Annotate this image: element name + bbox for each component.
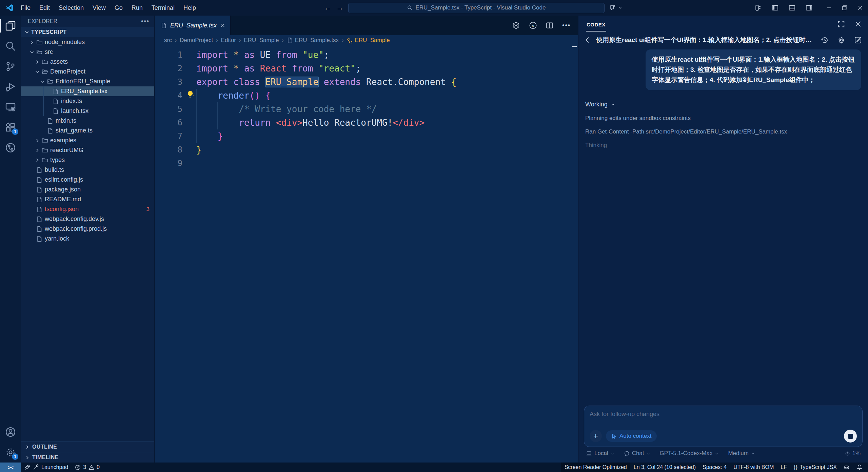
explorer-more-actions[interactable]: ••• (141, 18, 150, 25)
working-header[interactable]: Working (585, 101, 861, 108)
outline-section[interactable]: OUTLINE (21, 442, 154, 452)
launchpad-item[interactable]: Launchpad (21, 463, 72, 472)
codex-openai-icon[interactable] (512, 21, 520, 29)
tree-file-webpack-config-dev-js[interactable]: webpack.config.dev.js (21, 214, 154, 224)
source-control-icon[interactable] (0, 56, 21, 77)
search-activity-icon[interactable] (0, 36, 21, 56)
menu-file[interactable]: File (16, 4, 35, 12)
breadcrumb-src[interactable]: src (164, 37, 172, 44)
toggle-sidebar-right-icon[interactable] (806, 4, 812, 11)
tree-folder-demoproject[interactable]: DemoProject (21, 67, 154, 77)
environment-select[interactable]: Local (586, 450, 614, 457)
breadcrumb-eru-sample-tsx[interactable]: ERU_Sample.tsx (287, 37, 339, 44)
menu-selection[interactable]: Selection (54, 4, 88, 12)
eol-item[interactable]: LF (777, 463, 790, 472)
auto-context-pill[interactable]: Auto context (606, 430, 657, 442)
tree-file-package-json[interactable]: package.json (21, 185, 154, 194)
tab-eru-sample[interactable]: ERU_Sample.tsx (155, 16, 231, 35)
tree-file-mixin-ts[interactable]: mixin.ts (21, 116, 154, 126)
cursor-position-item[interactable]: Ln 3, Col 24 (10 selected) (630, 463, 699, 472)
tree-file-index-ts[interactable]: index.ts (21, 96, 154, 106)
customize-layout-icon[interactable] (755, 4, 762, 11)
command-center-search[interactable]: ERU_Sample.tsx - TypeScript - Visual Stu… (348, 3, 605, 13)
notifications-bell-icon[interactable] (853, 463, 868, 472)
accounts-icon[interactable] (0, 422, 21, 442)
tree-folder-editor-eru-sample[interactable]: Editor\ERU_Sample (21, 77, 154, 86)
workspace-section-header[interactable]: TYPESCRIPT (21, 27, 154, 37)
code-line-2[interactable]: 2import * as React from "react"; (155, 62, 578, 75)
split-editor-icon[interactable] (546, 22, 553, 29)
indentation-item[interactable]: Spaces: 4 (699, 463, 730, 472)
tree-file-eru-sample-tsx[interactable]: ERU_Sample.tsx (21, 86, 154, 96)
breadcrumb-editor[interactable]: Editor (221, 37, 236, 44)
close-panel-icon[interactable] (854, 20, 862, 28)
code-line-8[interactable]: 8} (155, 143, 578, 157)
tree-file-readme-md[interactable]: README.md (21, 194, 154, 204)
mode-select[interactable]: Chat (624, 450, 650, 457)
tree-folder-assets[interactable]: assets (21, 57, 154, 67)
menu-go[interactable]: Go (110, 4, 127, 12)
tree-folder-node-modules[interactable]: node_modules (21, 37, 154, 47)
unreal-engine-icon[interactable]: u (529, 21, 537, 29)
remote-explorer-icon[interactable] (0, 97, 21, 117)
code-line-1[interactable]: 1import * as UE from "ue"; (155, 48, 578, 62)
remote-indicator[interactable]: >< (0, 463, 21, 472)
effort-select[interactable]: Medium (728, 450, 754, 457)
timeline-section[interactable]: TIMELINE (21, 452, 154, 463)
code-line-3[interactable]: 3export class ERU_Sample extends React.C… (155, 75, 578, 89)
language-mode-item[interactable]: {} TypeScript JSX (790, 463, 840, 472)
tree-folder-src[interactable]: src (21, 47, 154, 57)
tree-folder-examples[interactable]: examples (21, 136, 154, 145)
tree-file-tsconfig-json[interactable]: tsconfig.json3 (21, 204, 154, 214)
codex-panel-tab[interactable]: CODEX (586, 17, 606, 32)
minimize-button[interactable] (821, 0, 837, 16)
tree-file-webpack-config-prod-js[interactable]: webpack.config.prod.js (21, 224, 154, 234)
lightbulb-icon[interactable] (186, 90, 195, 99)
new-chat-icon[interactable] (854, 36, 862, 44)
explorer-activity-icon[interactable] (0, 16, 21, 36)
run-debug-icon[interactable] (0, 77, 21, 97)
toggle-sidebar-left-icon[interactable] (772, 4, 778, 11)
git-graph-icon[interactable] (0, 138, 21, 158)
menu-edit[interactable]: Edit (35, 4, 54, 12)
close-tab-icon[interactable] (220, 23, 225, 28)
back-arrow-icon[interactable]: ← (324, 3, 331, 12)
tree-folder-types[interactable]: types (21, 155, 154, 165)
followup-input[interactable]: Ask for follow-up changes + Auto context (584, 406, 863, 447)
copilot-menu-button[interactable] (609, 4, 622, 12)
model-select[interactable]: GPT-5.1-Codex-Max (660, 450, 719, 457)
copilot-status-icon[interactable] (840, 463, 853, 472)
back-icon[interactable] (584, 36, 591, 44)
tree-file-eslint-config-js[interactable]: eslint.config.js (21, 175, 154, 185)
maximize-panel-icon[interactable] (837, 20, 845, 28)
close-window-button[interactable] (852, 0, 868, 16)
encoding-item[interactable]: UTF-8 with BOM (730, 463, 777, 472)
code-line-9[interactable]: 9 (155, 157, 578, 170)
breadcrumb-eru-sample[interactable]: ERU_Sample (347, 37, 390, 44)
editor-more-actions[interactable]: ••• (562, 22, 571, 29)
problems-item[interactable]: 3 0 (72, 463, 103, 472)
tree-file-launch-tsx[interactable]: launch.tsx (21, 106, 154, 116)
breadcrumb-demoproject[interactable]: DemoProject (180, 37, 213, 44)
extensions-icon[interactable]: 1 (0, 117, 21, 138)
restore-button[interactable] (837, 0, 852, 16)
code-line-4[interactable]: 4 render() { (155, 89, 578, 102)
stop-button[interactable] (844, 430, 857, 443)
tree-folder-reactorumg[interactable]: reactorUMG (21, 145, 154, 155)
tree-file-start-game-ts[interactable]: start_game.ts (21, 126, 154, 136)
tree-file-build-ts[interactable]: build.ts (21, 165, 154, 175)
menu-help[interactable]: Help (179, 4, 200, 12)
code-line-6[interactable]: 6 return <div>Hello ReactorUMG!</div> (155, 116, 578, 129)
code-line-7[interactable]: 7 } (155, 129, 578, 143)
menu-view[interactable]: View (88, 4, 110, 12)
screen-reader-item[interactable]: Screen Reader Optimized (561, 463, 630, 472)
gear-icon[interactable] (837, 36, 845, 44)
code-editor[interactable]: 1import * as UE from "ue";2import * as R… (155, 45, 578, 463)
tree-file-yarn-lock[interactable]: yarn.lock (21, 234, 154, 244)
menu-terminal[interactable]: Terminal (147, 4, 179, 12)
settings-gear-icon[interactable]: 1 (0, 442, 21, 463)
toggle-panel-icon[interactable] (789, 4, 795, 11)
thread-title[interactable]: 使用原生react ui组件写一个UI界面：1.输入框输入地图名；2. 点击按钮… (596, 36, 816, 44)
history-icon[interactable] (821, 36, 829, 44)
breadcrumb-eru-sample[interactable]: ERU_Sample (244, 37, 279, 44)
